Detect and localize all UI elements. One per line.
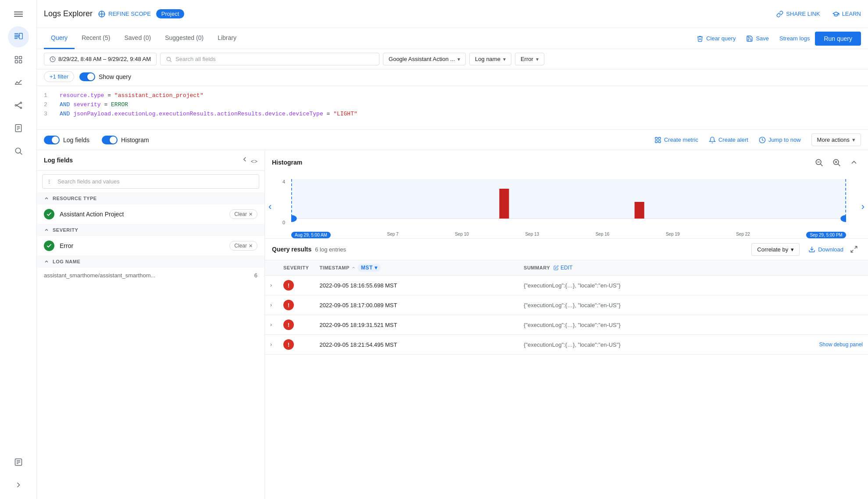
x-label-sep19: Sep 19: [666, 232, 680, 238]
log-name-count: 6: [254, 272, 257, 279]
svg-line-23: [20, 153, 22, 155]
tab-suggested[interactable]: Suggested (0): [158, 28, 211, 49]
show-query-toggle-switch[interactable]: [79, 72, 95, 81]
log-fields-toggle[interactable]: [44, 136, 60, 144]
nav-hamburger[interactable]: [8, 4, 29, 25]
histogram-more-button[interactable]: [847, 155, 861, 169]
severity-error-badge: !: [283, 280, 294, 291]
svg-rect-9: [19, 57, 21, 59]
svg-rect-7: [19, 33, 22, 39]
mst-badge[interactable]: MST ▾: [357, 264, 381, 272]
resource-type-dropdown[interactable]: Google Assistant Action ... ▾: [383, 53, 466, 65]
severity-error-badge: !: [283, 320, 294, 330]
search-all-fields-input[interactable]: Search all fields: [160, 53, 379, 65]
row-expand-icon[interactable]: ›: [265, 295, 278, 315]
timestamp-cell: 2022-09-05 18:19:31.521 MST: [314, 315, 518, 335]
correlate-by-button[interactable]: Correlate by ▾: [751, 243, 800, 256]
x-label-start: Aug 29, 5:00 AM: [291, 232, 331, 238]
table-row[interactable]: › ! 2022-09-05 18:21:54.495 MST {"execut…: [265, 335, 868, 355]
filter-chip[interactable]: +1 filter: [44, 71, 74, 82]
resource-type-header[interactable]: RESOURCE TYPE: [37, 192, 264, 205]
create-alert-button[interactable]: Create alert: [709, 136, 748, 144]
more-actions-button[interactable]: More actions ▾: [811, 133, 861, 146]
clear-severity-button[interactable]: Clear ✕: [229, 241, 257, 251]
table-row[interactable]: › ! 2022-09-05 18:16:55.698 MST {"execut…: [265, 276, 868, 295]
run-query-button[interactable]: Run query: [815, 32, 861, 46]
expand-collapse-button[interactable]: <>: [241, 155, 257, 165]
row-expand-icon[interactable]: ›: [265, 315, 278, 335]
svg-rect-0: [14, 11, 23, 12]
fields-search-input[interactable]: Search fields and values: [42, 174, 259, 189]
svg-line-17: [16, 105, 20, 108]
log-name-header[interactable]: LOG NAME: [37, 255, 264, 268]
histogram-knob: [110, 136, 117, 144]
query-line-2: 2 AND severity = ERROR: [44, 101, 861, 110]
show-query-toggle[interactable]: Show query: [79, 72, 131, 81]
log-fields-knob: [52, 136, 59, 144]
row-expand-icon[interactable]: ›: [265, 335, 278, 355]
chart-next-button[interactable]: ›: [861, 201, 864, 212]
nav-doc-icon[interactable]: [8, 118, 29, 139]
y-axis-max: 4: [282, 179, 285, 184]
show-debug-panel-link[interactable]: Show debug panel: [819, 341, 863, 348]
fields-search: Search fields and values: [42, 174, 259, 189]
show-query-label: Show query: [99, 73, 131, 80]
histogram-label: Histogram: [121, 136, 149, 144]
refine-scope-button[interactable]: REFINE SCOPE: [98, 10, 151, 18]
severity-header[interactable]: SEVERITY: [37, 224, 264, 236]
chart-prev-button[interactable]: ‹: [268, 201, 271, 212]
create-metric-button[interactable]: Create metric: [654, 136, 698, 144]
nav-metrics-icon[interactable]: [8, 72, 29, 93]
top-bar: Logs Explorer REFINE SCOPE Project SHARE…: [37, 0, 868, 28]
nav-trace-icon[interactable]: [8, 95, 29, 116]
download-button[interactable]: Download: [808, 246, 843, 253]
svg-point-32: [167, 57, 170, 61]
x-label-end: Sep 29, 5:00 PM: [806, 232, 846, 238]
svg-line-60: [851, 250, 853, 252]
jump-to-now-button[interactable]: Jump to now: [759, 136, 801, 144]
tab-query[interactable]: Query: [44, 28, 75, 49]
save-button[interactable]: Save: [741, 32, 774, 46]
tab-library[interactable]: Library: [211, 28, 243, 49]
nav-search-icon[interactable]: [8, 140, 29, 162]
clear-resource-close-icon: ✕: [249, 212, 253, 217]
svg-point-13: [15, 104, 16, 106]
tab-saved[interactable]: Saved (0): [117, 28, 158, 49]
severity-error-item: Error Clear ✕: [37, 236, 264, 255]
svg-rect-6: [14, 38, 17, 39]
line-number-1: 1: [44, 91, 53, 101]
query-results: Query results 6 log entries Correlate by…: [265, 238, 868, 355]
resource-type-label: Google Assistant Action ...: [389, 56, 455, 62]
fullscreen-button[interactable]: [847, 242, 861, 256]
log-name-dropdown[interactable]: Log name ▾: [469, 53, 511, 65]
share-link-button[interactable]: SHARE LINK: [776, 11, 820, 18]
severity-cell: !: [278, 276, 314, 295]
learn-button[interactable]: LEARN: [832, 11, 861, 18]
zoom-out-button[interactable]: [812, 155, 826, 169]
zoom-in-button[interactable]: [829, 155, 843, 169]
log-name-section: LOG NAME assistant_smarthome/assistant_s…: [37, 255, 264, 283]
time-range-picker[interactable]: 8/29/22, 8:48 AM – 9/29/22, 9:48 AM: [44, 53, 157, 65]
severity-section: SEVERITY Error Clear ✕: [37, 224, 264, 255]
nav-expand-icon[interactable]: [8, 474, 29, 495]
table-row[interactable]: › ! 2022-09-05 18:19:31.521 MST {"execut…: [265, 315, 868, 335]
clear-query-button[interactable]: Clear query: [691, 32, 741, 46]
svg-point-22: [15, 148, 21, 153]
svg-rect-10: [15, 61, 18, 63]
histogram-toggle[interactable]: [102, 136, 118, 144]
clear-resource-button[interactable]: Clear ✕: [229, 209, 257, 219]
svg-rect-8: [15, 57, 18, 59]
severity-dropdown[interactable]: Error ▾: [515, 53, 544, 65]
edit-summary-button[interactable]: EDIT: [554, 265, 572, 271]
project-badge[interactable]: Project: [156, 9, 184, 18]
svg-rect-54: [499, 189, 509, 219]
nav-dashboard-icon[interactable]: [8, 49, 29, 70]
tab-recent[interactable]: Recent (5): [75, 28, 117, 49]
nav-logs-icon[interactable]: [8, 26, 29, 47]
nav-notes-icon[interactable]: [8, 452, 29, 473]
row-expand-icon[interactable]: ›: [265, 276, 278, 295]
table-row[interactable]: › ! 2022-09-05 18:17:00.089 MST {"execut…: [265, 295, 868, 315]
stream-logs-button[interactable]: Stream logs: [774, 32, 815, 45]
query-editor[interactable]: 1 resource.type = "assistant_action_proj…: [37, 86, 868, 130]
severity-cell: !: [278, 295, 314, 315]
